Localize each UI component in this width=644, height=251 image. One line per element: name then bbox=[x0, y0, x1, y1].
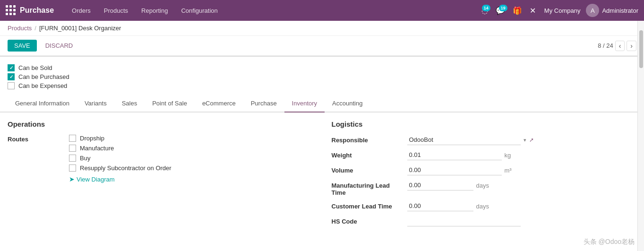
dropship-checkbox[interactable] bbox=[69, 135, 76, 142]
buy-checkbox[interactable] bbox=[69, 155, 76, 162]
volume-label: Volume bbox=[332, 165, 407, 174]
close-button[interactable]: ✕ bbox=[527, 4, 539, 17]
can-be-sold-checkbox[interactable] bbox=[8, 64, 15, 71]
save-button[interactable]: SAVE bbox=[8, 40, 37, 52]
clock-badge: 14 bbox=[482, 5, 490, 11]
tab-inventory[interactable]: Inventory bbox=[284, 95, 325, 113]
gift-button[interactable]: 🎁 bbox=[510, 4, 525, 17]
responsible-select-row: ▾ ➚ bbox=[407, 135, 637, 145]
weight-unit: kg bbox=[505, 152, 511, 159]
main-panels: Operations Routes Dropship Manufacture B… bbox=[0, 113, 644, 231]
pager-next[interactable]: › bbox=[627, 41, 636, 51]
weight-field-row: kg bbox=[407, 150, 637, 160]
checkbox-can-be-sold[interactable]: Can be Sold bbox=[8, 64, 636, 71]
checkboxes-area: Can be Sold Can be Purchased Can be Expe… bbox=[0, 61, 644, 89]
logistics-row-responsible: Responsible ▾ ➚ bbox=[332, 135, 637, 145]
logistics-title: Logistics bbox=[332, 120, 637, 128]
can-be-expensed-label: Can be Expensed bbox=[18, 82, 67, 89]
can-be-expensed-checkbox[interactable] bbox=[8, 82, 15, 89]
volume-unit: m³ bbox=[505, 167, 512, 174]
manufacture-label: Manufacture bbox=[80, 145, 114, 152]
pager-text: 8 / 24 bbox=[598, 42, 613, 49]
toolbar: SAVE DISCARD 8 / 24 ‹ › bbox=[0, 36, 644, 56]
menu-configuration[interactable]: Configuration bbox=[174, 0, 224, 21]
tab-accounting[interactable]: Accounting bbox=[325, 95, 370, 113]
buy-label: Buy bbox=[80, 155, 90, 162]
can-be-purchased-checkbox[interactable] bbox=[8, 73, 15, 80]
checkbox-can-be-purchased[interactable]: Can be Purchased bbox=[8, 73, 636, 80]
mfg-lead-value: days bbox=[407, 180, 637, 190]
volume-input[interactable] bbox=[407, 165, 502, 175]
routes-section: Routes Dropship Manufacture Buy Resupply… bbox=[8, 135, 313, 172]
logistics-row-customer-lead: Customer Lead Time days bbox=[332, 201, 637, 211]
checkbox-can-be-expensed[interactable]: Can be Expensed bbox=[8, 82, 636, 89]
pager: 8 / 24 ‹ › bbox=[598, 41, 636, 51]
grid-icon[interactable] bbox=[6, 5, 16, 16]
tab-sales[interactable]: Sales bbox=[114, 95, 145, 113]
volume-field-row: m³ bbox=[407, 165, 637, 175]
scrollbar[interactable] bbox=[637, 21, 644, 231]
hs-code-value bbox=[407, 216, 637, 226]
app-logo[interactable]: Purchase bbox=[6, 5, 61, 16]
menu-orders[interactable]: Orders bbox=[65, 0, 97, 21]
route-buy[interactable]: Buy bbox=[69, 155, 172, 162]
pager-prev[interactable]: ‹ bbox=[615, 41, 625, 51]
tab-variants[interactable]: Variants bbox=[77, 95, 114, 113]
route-resupply[interactable]: Resupply Subcontractor on Order bbox=[69, 164, 172, 172]
mfg-lead-input[interactable] bbox=[407, 180, 473, 190]
menu-products[interactable]: Products bbox=[97, 0, 135, 21]
view-diagram-link[interactable]: ➤ View Diagram bbox=[69, 175, 313, 183]
logistics-panel: Logistics Responsible ▾ ➚ Weight kg bbox=[313, 120, 637, 231]
chat-badge: 19 bbox=[499, 5, 507, 11]
breadcrumb-separator: / bbox=[34, 25, 36, 32]
user-menu[interactable]: A Administrator bbox=[586, 4, 638, 17]
manufacture-checkbox[interactable] bbox=[69, 145, 76, 152]
tab-purchase[interactable]: Purchase bbox=[243, 95, 284, 113]
routes-label: Routes bbox=[8, 135, 69, 172]
responsible-dropdown-icon[interactable]: ▾ bbox=[524, 137, 526, 143]
volume-value: m³ bbox=[407, 165, 637, 175]
chat-button[interactable]: 💬 19 bbox=[493, 4, 508, 17]
dropship-label: Dropship bbox=[80, 135, 104, 142]
mfg-lead-label: Manufacturing Lead Time bbox=[332, 180, 407, 196]
app-name: Purchase bbox=[20, 6, 54, 15]
responsible-external-link-icon[interactable]: ➚ bbox=[529, 137, 534, 143]
arrow-right-icon: ➤ bbox=[69, 175, 75, 183]
company-name: My Company bbox=[541, 7, 584, 14]
resupply-label: Resupply Subcontractor on Order bbox=[80, 164, 172, 172]
weight-value: kg bbox=[407, 150, 637, 160]
breadcrumb: Products / [FURN_0001] Desk Organizer bbox=[0, 21, 644, 36]
view-diagram-row: ➤ View Diagram bbox=[8, 175, 313, 183]
can-be-purchased-label: Can be Purchased bbox=[18, 73, 69, 80]
tabs-bar: General Information Variants Sales Point… bbox=[0, 95, 644, 113]
route-manufacture[interactable]: Manufacture bbox=[69, 145, 172, 152]
resupply-checkbox[interactable] bbox=[69, 164, 76, 172]
top-icons: ◌ 14 💬 19 🎁 ✕ My Company A Administrator bbox=[479, 4, 638, 17]
responsible-label: Responsible bbox=[332, 135, 407, 144]
scrollbar-thumb[interactable] bbox=[639, 30, 643, 68]
mfg-lead-unit: days bbox=[476, 182, 489, 189]
clock-button[interactable]: ◌ 14 bbox=[479, 4, 491, 17]
breadcrumb-parent[interactable]: Products bbox=[8, 25, 32, 32]
weight-input[interactable] bbox=[407, 150, 502, 160]
logistics-row-weight: Weight kg bbox=[332, 150, 637, 160]
menu-reporting[interactable]: Reporting bbox=[135, 0, 174, 21]
breadcrumb-current: [FURN_0001] Desk Organizer bbox=[39, 25, 121, 32]
route-dropship[interactable]: Dropship bbox=[69, 135, 172, 142]
view-diagram-label: View Diagram bbox=[77, 176, 115, 183]
logistics-row-hs-code: HS Code bbox=[332, 216, 637, 226]
tab-ecommerce[interactable]: eCommerce bbox=[195, 95, 243, 113]
tab-general-information[interactable]: General Information bbox=[8, 95, 77, 113]
tab-point-of-sale[interactable]: Point of Sale bbox=[145, 95, 195, 113]
customer-lead-value: days bbox=[407, 201, 637, 211]
customer-lead-input[interactable] bbox=[407, 201, 473, 211]
discard-button[interactable]: DISCARD bbox=[41, 40, 78, 52]
logistics-row-volume: Volume m³ bbox=[332, 165, 637, 175]
can-be-sold-label: Can be Sold bbox=[18, 64, 52, 71]
operations-title: Operations bbox=[8, 120, 313, 128]
weight-label: Weight bbox=[332, 150, 407, 159]
hs-code-input[interactable] bbox=[407, 216, 521, 226]
customer-lead-field-row: days bbox=[407, 201, 637, 211]
responsible-input[interactable] bbox=[407, 135, 521, 145]
customer-lead-label: Customer Lead Time bbox=[332, 201, 407, 210]
